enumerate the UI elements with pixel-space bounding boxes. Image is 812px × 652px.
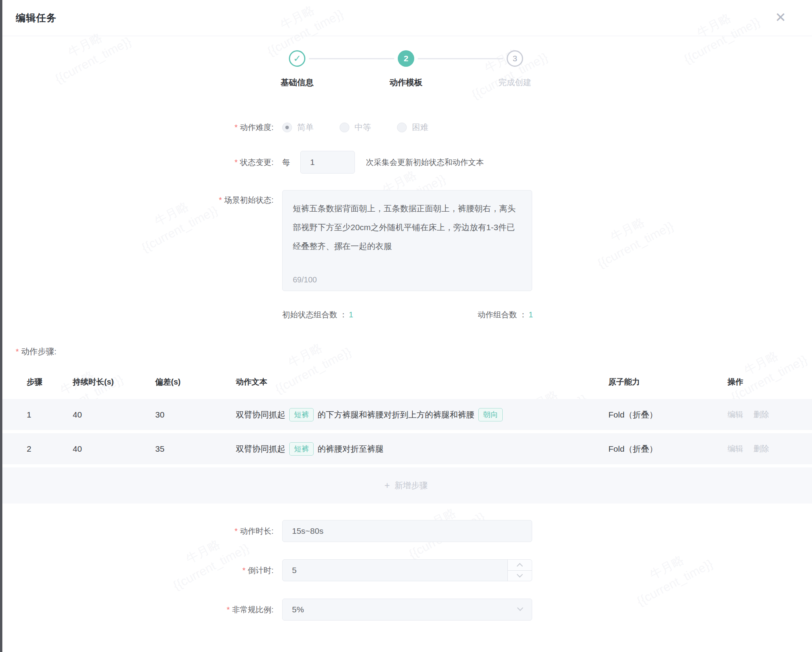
initial-combo-value: 1 (349, 310, 353, 319)
state-change-label: *状态变更: (0, 157, 274, 168)
radio-circle-icon (282, 123, 292, 132)
step-label-basic-info: 基础信息 (281, 77, 314, 88)
duration-input[interactable]: 15s~80s (282, 520, 532, 542)
required-asterisk: * (235, 158, 238, 167)
radio-medium[interactable]: 中等 (340, 122, 371, 133)
action-steps-caption: *动作步骤: (0, 346, 812, 357)
radio-easy-label: 简单 (297, 122, 314, 133)
action-text-segment: 的裤腰对折至裤腿 (318, 443, 384, 454)
col-step: 步骤 (27, 377, 73, 387)
duration-label: *动作时长: (0, 526, 274, 537)
cell-ability: Fold（折叠） (608, 443, 727, 454)
state-change-row: *状态变更: 每 1 次采集会更新初始状态和动作文本 (0, 151, 812, 174)
step-label-action-template: 动作模板 (389, 77, 423, 88)
countdown-value: 5 (292, 566, 297, 575)
difficulty-label: *动作难度: (0, 122, 274, 133)
step-label-finish-create: 完成创建 (498, 77, 531, 88)
cell-action-text: 双臂协同抓起 短裤 的裤腰对折至裤腿 (236, 442, 608, 456)
close-icon[interactable]: ✕ (772, 9, 789, 26)
increase-button[interactable] (508, 560, 532, 571)
edit-link[interactable]: 编辑 (727, 409, 743, 420)
add-step-button[interactable]: + 新增步骤 (0, 467, 812, 504)
state-change-suffix: 次采集会更新初始状态和动作文本 (366, 157, 484, 168)
cell-step: 1 (27, 410, 73, 419)
table-row: 2 40 35 双臂协同抓起 短裤 的裤腰对折至裤腿 Fold（折叠） 编辑 删… (0, 433, 812, 467)
initial-state-label: *场景初始状态: (0, 190, 274, 205)
radio-medium-label: 中等 (355, 122, 371, 133)
wizard-stepper: ✓ 基础信息 2 动作模板 3 完成创建 (0, 36, 812, 88)
edit-link[interactable]: 编辑 (727, 443, 743, 454)
difficulty-radio-group: 简单 中等 困难 (282, 122, 454, 133)
action-combo-value: 1 (529, 310, 533, 319)
duration-row: *动作时长: 15s~80s (0, 520, 812, 542)
chevron-down-icon (517, 571, 523, 578)
step-number-2: 2 (398, 50, 414, 67)
state-change-input[interactable]: 1 (300, 151, 355, 174)
plus-icon: + (384, 480, 390, 491)
cell-duration: 40 (73, 444, 155, 454)
cell-action-text: 双臂协同抓起 短裤 的下方裤腿和裤腰对折到上方的裤腿和裤腰 朝向 (236, 408, 608, 421)
check-icon: ✓ (289, 50, 305, 67)
cell-ops: 编辑 删除 (727, 443, 812, 454)
required-asterisk: * (16, 347, 19, 356)
required-asterisk: * (242, 566, 246, 575)
window-edge-strip (0, 0, 2, 652)
delete-link[interactable]: 删除 (753, 443, 769, 454)
col-duration: 持续时长(s) (73, 377, 155, 387)
action-combo-count: 动作组合数 ：1 (478, 310, 533, 320)
chevron-up-icon (517, 563, 523, 569)
initial-state-text: 短裤五条数据背面朝上，五条数据正面朝上，裤腰朝右，离头部视野下方至少20cm之外… (293, 204, 516, 251)
decrease-button[interactable] (508, 571, 532, 581)
radio-easy[interactable]: 简单 (282, 122, 314, 133)
unusual-ratio-row: *非常规比例: 5% (0, 599, 812, 621)
required-asterisk: * (219, 196, 222, 204)
unusual-ratio-value: 5% (292, 605, 304, 614)
combo-counts-row: 初始状态组合数 ：1 动作组合数 ：1 (282, 310, 533, 320)
required-asterisk: * (235, 123, 238, 132)
unusual-ratio-select[interactable]: 5% (282, 599, 532, 621)
initial-combo-count: 初始状态组合数 ：1 (282, 310, 353, 320)
countdown-label: *倒计时: (0, 565, 274, 576)
initial-state-row: *场景初始状态: 短裤五条数据背面朝上，五条数据正面朝上，裤腰朝右，离头部视野下… (0, 190, 812, 291)
object-tag: 短裤 (289, 408, 314, 421)
required-asterisk: * (235, 527, 238, 535)
state-change-prefix: 每 (282, 157, 290, 168)
cell-deviation: 30 (155, 410, 236, 419)
number-stepper (507, 560, 532, 581)
char-counter: 69/100 (293, 274, 317, 285)
cell-duration: 40 (73, 410, 155, 419)
step-number-3: 3 (507, 50, 523, 67)
action-text-segment: 的下方裤腿和裤腰对折到上方的裤腿和裤腰 (318, 409, 474, 420)
cell-ability: Fold（折叠） (608, 409, 727, 420)
dialog-header: 编辑任务 ✕ (0, 0, 812, 36)
cell-deviation: 35 (155, 444, 236, 454)
initial-state-textarea[interactable]: 短裤五条数据背面朝上，五条数据正面朝上，裤腰朝右，离头部视野下方至少20cm之外… (282, 190, 532, 291)
steps-table-header: 步骤 持续时长(s) 偏差(s) 动作文本 原子能力 操作 (0, 374, 812, 399)
add-step-label: 新增步骤 (395, 480, 428, 491)
radio-circle-icon (397, 123, 407, 132)
radio-hard[interactable]: 困难 (397, 122, 428, 133)
required-asterisk: * (227, 605, 230, 614)
difficulty-row: *动作难度: 简单 中等 困难 (0, 122, 812, 133)
step-basic-info: ✓ 基础信息 (243, 50, 352, 88)
dialog-title: 编辑任务 (16, 11, 57, 24)
countdown-input[interactable]: 5 (282, 559, 532, 581)
countdown-row: *倒计时: 5 (0, 559, 812, 581)
table-row: 1 40 30 双臂协同抓起 短裤 的下方裤腿和裤腰对折到上方的裤腿和裤腰 朝向… (0, 399, 812, 433)
action-text-segment: 双臂协同抓起 (236, 443, 285, 454)
col-ability: 原子能力 (608, 377, 727, 387)
col-action-text: 动作文本 (236, 377, 608, 387)
radio-hard-label: 困难 (412, 122, 428, 133)
chevron-down-icon (517, 605, 524, 611)
unusual-ratio-label: *非常规比例: (0, 604, 274, 615)
col-deviation: 偏差(s) (155, 377, 236, 387)
action-text-segment: 双臂协同抓起 (236, 409, 285, 420)
step-action-template: 2 动作模板 (352, 50, 461, 88)
step-finish-create: 3 完成创建 (461, 50, 570, 88)
col-ops: 操作 (727, 377, 812, 387)
radio-circle-icon (340, 123, 349, 132)
delete-link[interactable]: 删除 (753, 409, 769, 420)
orientation-tag: 朝向 (478, 408, 503, 421)
object-tag: 短裤 (289, 442, 314, 456)
cell-ops: 编辑 删除 (727, 409, 812, 420)
